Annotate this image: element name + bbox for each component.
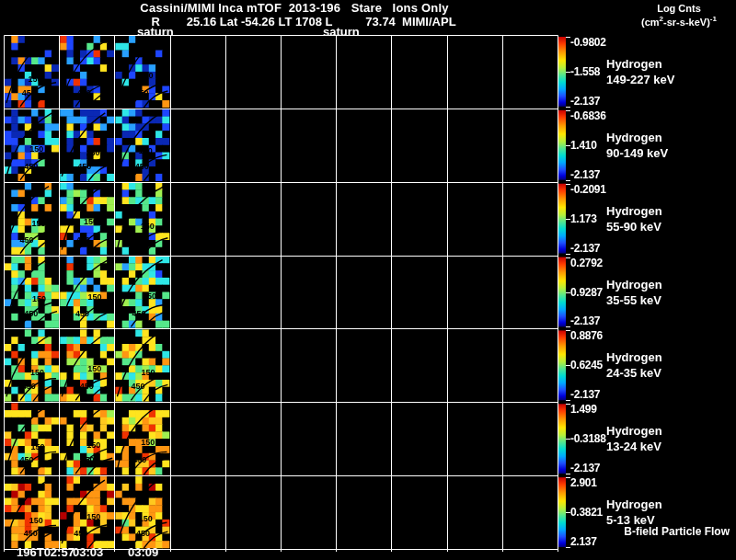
- colorbar-value-top: 0.8876: [570, 329, 603, 342]
- species-label: Hydrogen: [606, 349, 662, 365]
- colorbar-value-top: -0.6836: [570, 109, 606, 122]
- species-label: Hydrogen: [606, 277, 662, 292]
- colorbar-value-bottom: -2.137: [570, 388, 600, 401]
- units-mid: -sr-s-keV): [663, 17, 710, 28]
- colorbar-value-mid: 0.6245: [570, 359, 603, 371]
- units-open: (cm: [641, 17, 660, 28]
- energy-range-label: 13-24 keV: [606, 439, 662, 454]
- colorbar-value-bottom: -2.137: [570, 95, 600, 108]
- energy-range-label: 90-149 keV: [606, 145, 668, 161]
- units-line1: Log Cnts: [657, 3, 701, 14]
- saturn-label-middle: saturn: [323, 26, 360, 39]
- energy-band-label: Hydrogen 13-24 keV: [606, 423, 662, 454]
- colorbar-value-bottom: -2.137: [570, 462, 600, 474]
- saturn-label-left: saturn: [137, 26, 174, 39]
- species-label: Hydrogen: [606, 203, 662, 219]
- energy-band-label: Hydrogen 90-149 keV: [606, 130, 668, 161]
- energy-range-label: 149-227 keV: [606, 72, 674, 87]
- colorbar-value-mid: 0.9287: [570, 286, 603, 299]
- colorbar-value-top: -0.9802: [570, 36, 606, 49]
- energy-range-label: 5-13 keV: [606, 512, 662, 528]
- colorbar-value-mid: 1.410: [570, 139, 597, 152]
- colorbar-value-bottom: -2.137: [570, 168, 600, 181]
- species-label: Hydrogen: [606, 497, 662, 512]
- energy-band-label: Hydrogen 149-227 keV: [606, 56, 674, 87]
- colorbar-value-top: 0.2792: [570, 257, 603, 269]
- species-label: Hydrogen: [606, 423, 662, 439]
- plot-window: Cassini/MIMI Inca mTOF 2013-196 Stare Io…: [0, 0, 736, 560]
- colorbar-value-bottom: -2.137: [570, 242, 600, 255]
- time-label-start: 196T02:57: [17, 546, 75, 559]
- species-label: Hydrogen: [606, 56, 674, 72]
- colorbar-value-bottom: -2.137: [570, 314, 600, 327]
- plot-title: Cassini/MIMI Inca mTOF 2013-196 Stare Io…: [0, 2, 589, 15]
- plot-subtitle: R 25.16 Lat -54.26 LT 1708 L 73.74 MIMI/…: [0, 16, 607, 29]
- colorbar-value-mid: -1.558: [570, 65, 600, 78]
- time-label-mid: 03:03: [73, 546, 103, 559]
- units-sup-neg1: -1: [710, 15, 717, 23]
- time-label-end: 03:09: [128, 546, 158, 559]
- energy-band-label: Hydrogen 55-90 keV: [606, 203, 662, 234]
- colorbar-value-bottom: 2.137: [570, 535, 597, 548]
- energy-range-label: 55-90 keV: [606, 219, 662, 234]
- colorbar-value-top: 2.901: [570, 476, 597, 489]
- colorbar-value-top: -0.2091: [570, 183, 606, 196]
- colorbar-value-mid: -0.3188: [570, 432, 606, 445]
- energy-range-label: 24-35 keV: [606, 365, 662, 381]
- colorbar-value-mid: 0.3821: [570, 506, 603, 519]
- energy-band-label: Hydrogen 5-13 keV: [606, 497, 662, 528]
- colorbar-value-mid: 1.173: [570, 212, 597, 225]
- colorbar-value-top: 1.499: [570, 403, 597, 416]
- energy-range-label: 35-55 keV: [606, 292, 662, 308]
- energy-band-label: Hydrogen 35-55 keV: [606, 277, 662, 308]
- energy-band-label: Hydrogen 24-35 keV: [606, 349, 662, 381]
- species-label: Hydrogen: [606, 130, 668, 145]
- colorbar-units-label: Log Cnts(cm2-sr-s-keV)-1: [627, 3, 730, 29]
